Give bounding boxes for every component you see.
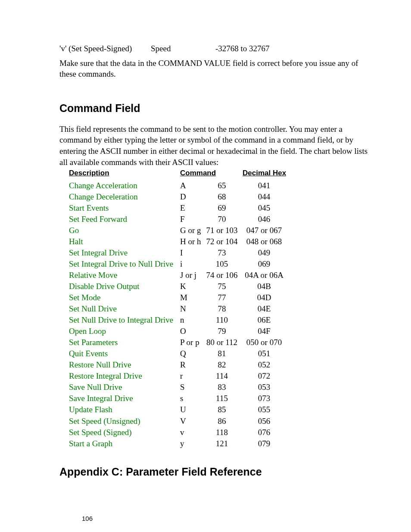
command-description-link[interactable]: Save Integral Drive [69,393,180,404]
command-description-link[interactable]: Set Integral Drive to Null Drive [69,258,180,270]
command-table-row: GoG or g71 or 103047 or 067 [69,225,372,236]
command-letter: F [180,214,201,225]
command-letter: R [180,359,201,370]
command-letter: N [180,303,201,314]
command-description-link[interactable]: Open Loop [69,326,180,337]
command-description-link[interactable]: Set Mode [69,292,180,303]
command-table-row: Save Null DriveS83053 [69,382,372,393]
command-description-link[interactable]: Set Parameters [69,337,180,348]
command-hex: 04F [243,326,286,337]
command-decimal: 83 [201,382,243,393]
command-table-row: Disable Drive OutputK7504B [69,281,372,292]
command-hex: 046 [243,214,286,225]
command-table: Description Command Decimal Hex Change A… [69,168,372,449]
command-table-row: Set Null DriveN7804E [69,303,372,314]
header-decimal-hex: Decimal Hex [243,168,286,178]
command-letter: M [180,292,201,303]
command-letter: P or p [180,337,201,348]
command-decimal: 77 [201,292,243,303]
command-letter: y [180,438,201,449]
command-decimal: 85 [201,404,243,415]
command-table-row: Start EventsE69045 [69,202,372,214]
command-decimal: 74 or 106 [201,270,243,281]
command-table-row: Set ModeM7704D [69,292,372,303]
command-hex: 052 [243,359,286,370]
command-decimal: 73 [201,247,243,258]
command-decimal: 121 [201,438,243,449]
command-description-link[interactable]: Quit Events [69,348,180,359]
command-description-link[interactable]: Set Integral Drive [69,247,180,258]
command-letter: n [180,314,201,326]
command-table-row: Set Speed (Unsigned)V86056 [69,416,372,427]
command-table-row: HaltH or h72 or 104048 or 068 [69,236,372,247]
command-description-link[interactable]: Change Deceleration [69,191,180,202]
command-decimal: 110 [201,314,243,326]
command-hex: 053 [243,382,286,393]
command-table-row: Restore Null DriveR82052 [69,359,372,370]
command-letter: v [180,427,201,438]
command-decimal: 81 [201,348,243,359]
command-decimal: 68 [201,191,243,202]
command-description-link[interactable]: Update Flash [69,404,180,415]
command-table-row: Open LoopO7904F [69,326,372,337]
command-decimal: 114 [201,370,243,382]
command-table-row: Relative MoveJ or j74 or 10604A or 06A [69,270,372,281]
command-letter: s [180,393,201,404]
command-decimal: 80 or 112 [201,337,243,348]
command-description-link[interactable]: Go [69,225,180,236]
command-table-row: Set Null Drive to Integral Driven11006E [69,314,372,326]
heading-command-field: Command Field [59,101,372,116]
command-hex: 04B [243,281,286,292]
command-decimal: 72 or 104 [201,236,243,247]
command-description-link[interactable]: Set Feed Forward [69,214,180,225]
command-table-row: Set Integral Drive to Null Drivei105069 [69,258,372,270]
command-hex: 056 [243,416,286,427]
command-hex: 073 [243,393,286,404]
command-table-row: Set Feed ForwardF70046 [69,214,372,225]
command-description-link[interactable]: Halt [69,236,180,247]
command-description-link[interactable]: Save Null Drive [69,382,180,393]
command-table-row: Quit EventsQ81051 [69,348,372,359]
command-decimal: 78 [201,303,243,314]
command-description-link[interactable]: Relative Move [69,270,180,281]
command-hex: 079 [243,438,286,449]
command-description-link[interactable]: Set Speed (Signed) [69,427,180,438]
command-hex: 050 or 070 [243,337,286,348]
command-table-header: Description Command Decimal Hex [69,168,372,178]
command-hex: 072 [243,370,286,382]
command-hex: 04D [243,292,286,303]
command-decimal: 82 [201,359,243,370]
command-description-link[interactable]: Restore Null Drive [69,359,180,370]
command-hex: 06E [243,314,286,326]
paragraph-command-value: Make sure that the data in the COMMAND V… [59,58,372,80]
command-description-link[interactable]: Set Null Drive to Integral Drive [69,314,180,326]
command-description-link[interactable]: Change Acceleration [69,180,180,191]
command-table-row: Change AccelerationA65041 [69,180,372,191]
command-letter: G or g [180,225,201,236]
command-table-row: Update FlashU85055 [69,404,372,415]
command-description-link[interactable]: Disable Drive Output [69,281,180,292]
command-decimal: 71 or 103 [201,225,243,236]
paragraph-command-field-intro: This field represents the command to be … [59,124,372,168]
command-decimal: 65 [201,180,243,191]
command-description-link[interactable]: Restore Integral Drive [69,370,180,382]
command-letter: I [180,247,201,258]
speed-row-c2: Speed [151,43,215,54]
command-table-row: Set ParametersP or p80 or 112050 or 070 [69,337,372,348]
command-decimal: 69 [201,202,243,214]
command-letter: S [180,382,201,393]
command-letter: K [180,281,201,292]
command-decimal: 75 [201,281,243,292]
speed-row-c3: -32768 to 32767 [215,43,289,54]
command-decimal: 118 [201,427,243,438]
command-decimal: 86 [201,416,243,427]
command-description-link[interactable]: Start a Graph [69,438,180,449]
command-table-row: Save Integral Drives115073 [69,393,372,404]
command-letter: A [180,180,201,191]
command-letter: E [180,202,201,214]
command-hex: 044 [243,191,286,202]
command-description-link[interactable]: Set Speed (Unsigned) [69,416,180,427]
command-description-link[interactable]: Start Events [69,202,180,214]
command-description-link[interactable]: Set Null Drive [69,303,180,314]
command-hex: 04A or 06A [243,270,286,281]
